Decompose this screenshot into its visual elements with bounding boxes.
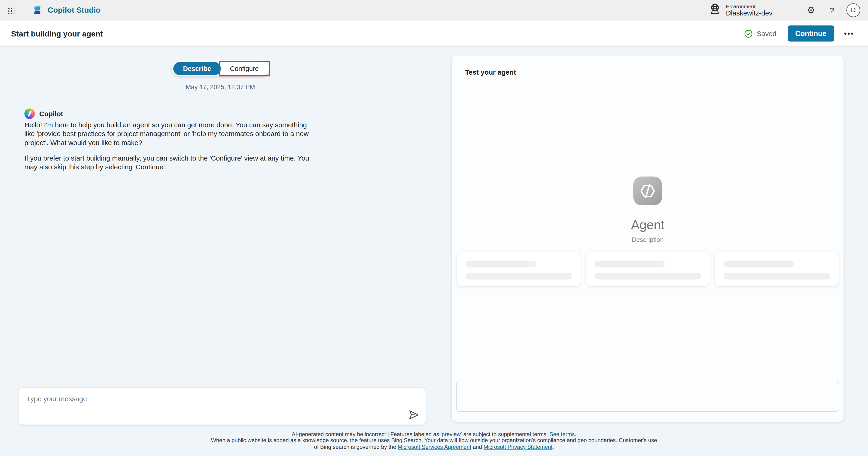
- mode-toggle: Describe Configure: [0, 60, 441, 76]
- skeleton-bar: [594, 273, 701, 279]
- send-icon: [407, 408, 420, 421]
- agent-name: Agent: [631, 218, 664, 233]
- saved-checkmark-icon: [744, 29, 753, 38]
- chat-timestamp: May 17, 2025, 12:37 PM: [0, 84, 441, 90]
- app-title: Copilot Studio: [48, 5, 100, 14]
- more-options-button[interactable]: •••: [841, 27, 857, 40]
- footer-disclaimer: AI-generated content may be incorrect | …: [0, 431, 868, 450]
- message-sender-row: Copilot: [24, 109, 63, 119]
- saved-label: Saved: [757, 30, 776, 37]
- tab-describe[interactable]: Describe: [173, 62, 221, 75]
- skeleton-card: [586, 252, 710, 286]
- skeleton-bar: [723, 261, 794, 268]
- agent-placeholder: Agent Description: [452, 177, 843, 243]
- skeleton-bar: [594, 261, 665, 268]
- top-app-bar: Copilot Studio Environment Dlaskewitz-de…: [0, 0, 868, 21]
- agent-description: Description: [632, 236, 663, 243]
- copilot-message: Hello! I'm here to help you build an age…: [24, 121, 315, 172]
- saved-status: Saved: [744, 29, 776, 38]
- user-avatar: D: [846, 3, 860, 17]
- copilot-logo-icon: [24, 109, 35, 119]
- skeleton-bar: [466, 273, 572, 279]
- agent-avatar-icon: [633, 177, 662, 205]
- help-button[interactable]: ?: [830, 5, 834, 15]
- copilot-studio-app: Copilot Studio Environment Dlaskewitz-de…: [0, 0, 868, 456]
- copilot-studio-logo-icon: [32, 5, 43, 15]
- message-textarea[interactable]: [19, 388, 398, 425]
- send-button[interactable]: [406, 407, 421, 422]
- skeleton-bar: [466, 261, 536, 268]
- message-paragraph: Hello! I'm here to help you build an age…: [24, 121, 315, 147]
- services-agreement-link[interactable]: Microsoft Services Agreement: [398, 444, 471, 450]
- app-launcher-button[interactable]: [0, 0, 21, 20]
- gear-icon: ⚙: [807, 5, 815, 15]
- environment-switcher[interactable]: Environment Dlaskewitz-dev: [709, 3, 772, 17]
- settings-button[interactable]: ⚙: [807, 5, 815, 15]
- environment-label: Environment: [726, 3, 772, 9]
- skeleton-bar: [723, 273, 830, 279]
- page-title: Start building your agent: [11, 29, 103, 38]
- question-mark-icon: ?: [830, 5, 834, 15]
- privacy-statement-link[interactable]: Microsoft Privacy Statement: [484, 444, 552, 450]
- globe-environment-icon: [709, 3, 721, 17]
- skeleton-card: [715, 252, 839, 286]
- ellipsis-icon: •••: [844, 29, 855, 38]
- page-header: Start building your agent Saved Continue…: [0, 21, 868, 47]
- account-button[interactable]: D: [846, 3, 860, 17]
- waffle-icon: [7, 6, 14, 13]
- sender-name: Copilot: [39, 110, 63, 118]
- test-panel-title: Test your agent: [465, 69, 516, 77]
- tab-configure[interactable]: Configure: [221, 62, 268, 75]
- environment-name: Dlaskewitz-dev: [726, 9, 772, 17]
- test-chat-input[interactable]: [456, 381, 839, 412]
- see-terms-link[interactable]: See terms: [549, 431, 575, 437]
- skeleton-card: [457, 252, 581, 286]
- suggestion-skeletons: [457, 252, 839, 286]
- message-paragraph: If you prefer to start building manually…: [24, 154, 315, 172]
- chat-column: Describe Configure May 17, 2025, 12:37 P…: [0, 47, 441, 456]
- continue-button[interactable]: Continue: [787, 25, 834, 41]
- chat-input: [18, 387, 426, 425]
- test-agent-panel: Test your agent Agent Description: [452, 55, 843, 422]
- main-content: Describe Configure May 17, 2025, 12:37 P…: [0, 47, 868, 456]
